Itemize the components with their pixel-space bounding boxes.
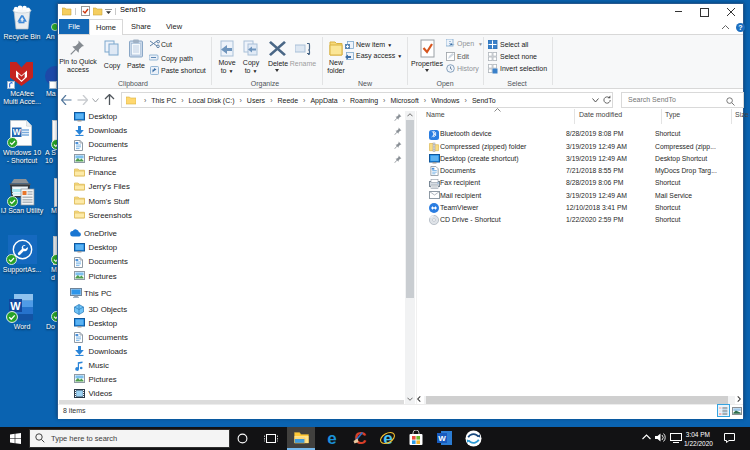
svg-text:e: e [383, 429, 392, 448]
svg-text:W: W [438, 434, 446, 443]
svg-text:W: W [13, 127, 22, 137]
svg-text:e: e [327, 429, 336, 447]
svg-text:C: C [354, 429, 366, 447]
